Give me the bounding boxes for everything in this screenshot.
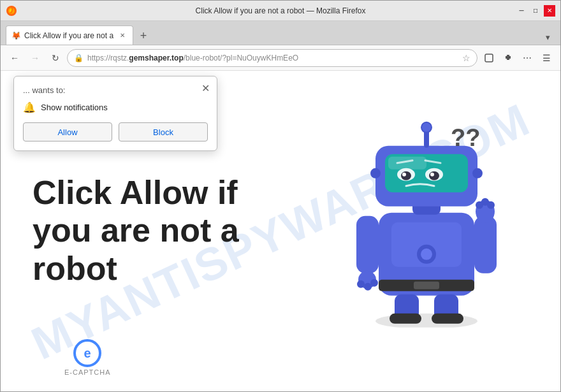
svg-point-29 <box>430 172 434 176</box>
minimize-button[interactable]: ─ <box>516 5 527 17</box>
tab-title: Click Allow if you are not a <box>24 31 113 40</box>
address-protocol: https://rqstz. <box>87 54 129 62</box>
svg-point-18 <box>487 201 495 208</box>
nav-bar: ← → ↻ 🔒 https://rqstz.gemshaper.top/blue… <box>1 45 560 71</box>
title-bar: Click Allow if you are not a robot — Moz… <box>1 1 560 21</box>
bell-icon: 🔔 <box>23 101 36 113</box>
svg-rect-40 <box>432 313 463 323</box>
popup-permission-row: 🔔 Show notifications <box>23 101 208 113</box>
tab-close-button[interactable]: ✕ <box>117 31 127 41</box>
nav-right-icons: ⋯ ☰ <box>480 49 555 67</box>
ecaptcha-logo: e E-CAPTCHA <box>64 339 111 376</box>
svg-rect-9 <box>356 215 379 273</box>
svg-point-13 <box>370 279 378 286</box>
svg-point-31 <box>370 168 381 178</box>
svg-rect-3 <box>485 54 493 62</box>
title-bar-left <box>6 5 17 17</box>
maximize-button[interactable]: □ <box>530 5 541 17</box>
reload-button[interactable]: ↻ <box>47 49 64 67</box>
title-bar-controls: ─ □ ✕ <box>516 5 555 17</box>
robot-page: MYANTISPYWARE.COM Click Allow if you are… <box>1 71 560 391</box>
tab-favicon-icon: 🦊 <box>11 31 20 40</box>
page-content: MYANTISPYWARE.COM Click Allow if you are… <box>1 71 560 391</box>
security-icon: 🔒 <box>74 54 84 62</box>
svg-point-25 <box>402 172 406 176</box>
containers-icon <box>484 53 494 63</box>
ecaptcha-label: E-CAPTCHA <box>64 368 111 376</box>
close-button[interactable]: ✕ <box>544 5 555 17</box>
svg-point-32 <box>472 168 483 178</box>
allow-button[interactable]: Allow <box>23 122 112 142</box>
popup-buttons: Allow Block <box>23 122 208 142</box>
svg-point-11 <box>357 280 365 287</box>
tab-overflow-button[interactable]: ▾ <box>540 29 555 45</box>
svg-rect-14 <box>474 215 497 273</box>
firefox-logo-icon <box>6 5 17 17</box>
robot-svg: ?? <box>344 110 509 327</box>
svg-point-24 <box>401 171 411 180</box>
menu-button[interactable]: ☰ <box>537 49 555 67</box>
page-text-area: Click Allow if you are not a robot <box>33 174 275 288</box>
forward-button[interactable]: → <box>26 49 44 67</box>
extensions-icon <box>503 53 513 63</box>
title-bar-title: Click Allow if you are not a robot — Moz… <box>196 6 366 15</box>
svg-rect-39 <box>390 313 421 323</box>
new-tab-button[interactable]: + <box>135 27 152 45</box>
svg-rect-22 <box>388 156 426 169</box>
more-tools-button[interactable]: ⋯ <box>518 49 536 67</box>
robot-illustration: ?? <box>344 110 509 330</box>
svg-rect-8 <box>414 281 439 289</box>
address-bar[interactable]: 🔒 https://rqstz.gemshaper.top/blue-robot… <box>67 49 477 67</box>
address-path: /blue-robot/?pl=NuOuywKHmEeO <box>184 54 298 62</box>
block-button[interactable]: Block <box>119 122 208 142</box>
address-domain: gemshaper.top <box>129 54 183 62</box>
container-icon[interactable] <box>480 49 498 67</box>
svg-point-34 <box>421 122 432 132</box>
svg-text:??: ?? <box>451 124 480 150</box>
address-text: https://rqstz.gemshaper.top/blue-robot/?… <box>87 54 458 62</box>
svg-point-36 <box>421 248 432 259</box>
main-heading: Click Allow if you are not a robot <box>33 174 275 288</box>
browser-window: Click Allow if you are not a robot — Moz… <box>0 0 561 392</box>
popup-permission-text: Show notifications <box>41 103 108 112</box>
popup-wants-to-text: ... wants to: <box>23 85 208 95</box>
ecaptcha-logo-icon: e <box>73 339 101 367</box>
back-button[interactable]: ← <box>6 49 24 67</box>
tab-bar-right: ▾ <box>540 29 555 45</box>
popup-close-button[interactable]: ✕ <box>199 82 212 94</box>
extensions-button[interactable] <box>499 49 517 67</box>
svg-point-28 <box>429 171 439 180</box>
active-tab[interactable]: 🦊 Click Allow if you are not a ✕ <box>6 25 133 45</box>
svg-point-12 <box>364 282 372 290</box>
tab-bar: 🦊 Click Allow if you are not a ✕ + ▾ <box>1 21 560 45</box>
svg-text:e: e <box>84 346 91 360</box>
bookmark-star-icon[interactable]: ☆ <box>462 53 470 63</box>
notification-popup: ✕ ... wants to: 🔔 Show notifications All… <box>13 76 217 151</box>
